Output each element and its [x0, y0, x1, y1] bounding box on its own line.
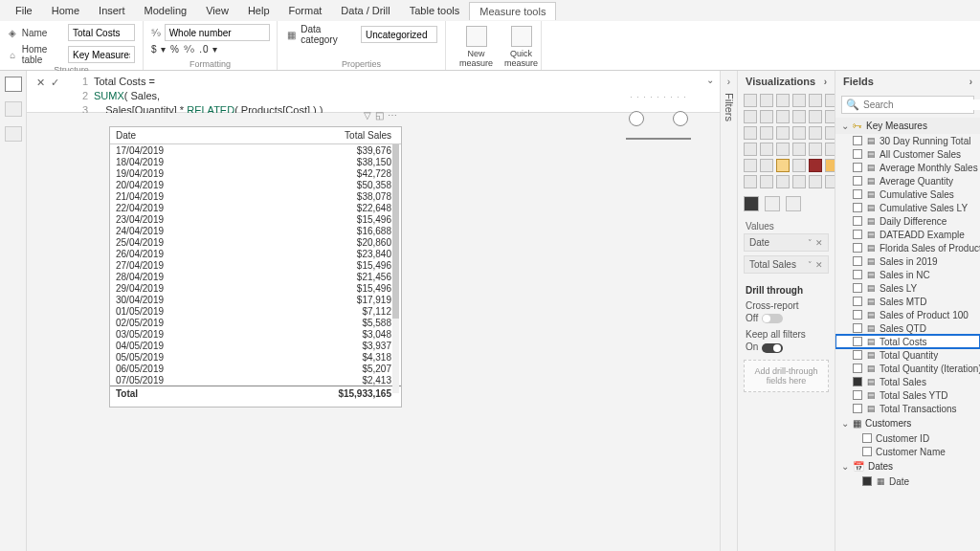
viz-arcgis[interactable] — [809, 175, 822, 188]
viz-scatter[interactable] — [776, 126, 790, 140]
data-view-button[interactable] — [5, 101, 22, 117]
col-header[interactable]: Total Sales — [245, 127, 401, 144]
focus-icon[interactable]: ◱ — [375, 110, 384, 121]
viz-line-col2[interactable] — [809, 110, 822, 123]
viz-waterfall[interactable] — [744, 126, 757, 140]
analytics-tab[interactable] — [786, 196, 801, 211]
table-row[interactable]: 28/04/2019$21,456 — [110, 271, 401, 282]
filters-expand-icon[interactable]: › — [727, 77, 730, 87]
menu-view[interactable]: View — [196, 2, 238, 19]
table-row[interactable]: 23/04/2019$15,496 — [110, 213, 401, 225]
table-visual[interactable]: ▽ ◱ ⋯ DateTotal Sales 17/04/2019$39,6761… — [109, 126, 402, 408]
table-dates[interactable]: ⌄📅Dates — [835, 458, 980, 474]
field-30-day-running-total[interactable]: ▤30 Day Running Total — [835, 134, 980, 147]
format-tab[interactable] — [765, 196, 780, 211]
table-row[interactable]: 26/04/2019$23,840 — [110, 248, 401, 259]
field-checkbox[interactable] — [853, 404, 862, 413]
table-row[interactable]: 27/04/2019$15,496 — [110, 259, 401, 271]
table-row[interactable]: 22/04/2019$22,648 — [110, 202, 401, 213]
field-checkbox[interactable] — [853, 203, 862, 212]
viz-stacked-bar[interactable] — [744, 94, 757, 107]
field-customer-name[interactable]: Customer Name — [835, 445, 980, 458]
fields-search-input[interactable] — [863, 99, 980, 110]
format-buttons[interactable]: $ ▾ % ⁹⁄₀ .0 ▾ — [151, 44, 218, 55]
table-scrollbar[interactable] — [392, 144, 399, 393]
field-sales-in-nc[interactable]: ▤Sales in NC — [835, 268, 980, 281]
menu-table-tools[interactable]: Table tools — [400, 2, 470, 19]
field-sales-qtd[interactable]: ▤Sales QTD — [835, 321, 980, 335]
field-cumulative-sales-ly[interactable]: ▤Cumulative Sales LY — [835, 201, 980, 214]
field-cumulative-sales[interactable]: ▤Cumulative Sales — [835, 187, 980, 201]
viz-shape-map[interactable] — [776, 143, 790, 156]
field-total-costs[interactable]: ▤Total Costs — [835, 335, 980, 348]
field-customer-id[interactable]: Customer ID — [835, 431, 980, 445]
table-key-measures[interactable]: ⌄🗝Key Measures — [835, 118, 980, 134]
viz-clustered-col[interactable] — [792, 94, 806, 107]
table-row[interactable]: 05/05/2019$4,318 — [110, 351, 401, 363]
field-checkbox[interactable] — [853, 323, 862, 333]
table-row[interactable]: 25/04/2019$20,860 — [110, 236, 401, 248]
table-row[interactable]: 30/04/2019$17,919 — [110, 294, 401, 305]
table-row[interactable]: 18/04/2019$38,150 — [110, 156, 401, 167]
viz-collapse-icon[interactable]: › — [824, 77, 827, 87]
field-sales-in-2019[interactable]: ▤Sales in 2019 — [835, 254, 980, 268]
field-average-quantity[interactable]: ▤Average Quantity — [835, 174, 980, 187]
quick-measure-button[interactable]: Quick measure — [499, 24, 544, 70]
table-row[interactable]: 21/04/2019$38,078 — [110, 190, 401, 202]
slicer-visual[interactable]: · · · · · · · · · — [601, 92, 716, 163]
viz-map[interactable] — [744, 143, 757, 156]
field-date[interactable]: ▦Date — [835, 474, 980, 488]
field-dateadd-example[interactable]: ▤DATEADD Example — [835, 228, 980, 241]
viz-donut[interactable] — [809, 126, 822, 140]
field-checkbox[interactable] — [853, 163, 862, 172]
viz-matrix[interactable] — [792, 159, 806, 172]
menu-file[interactable]: File — [6, 2, 42, 19]
fields-tab[interactable] — [744, 196, 759, 211]
field-sales-mtd[interactable]: ▤Sales MTD — [835, 295, 980, 308]
table-row[interactable]: 06/05/2019$5,207 — [110, 363, 401, 374]
field-total-sales[interactable]: ▤Total Sales — [835, 375, 980, 388]
viz-qa[interactable] — [776, 175, 790, 188]
fields-search[interactable]: 🔍 — [841, 96, 974, 114]
viz-key-infl[interactable] — [744, 175, 757, 188]
field-checkbox[interactable] — [853, 297, 862, 306]
field-checkbox[interactable] — [853, 364, 862, 373]
table-customers[interactable]: ⌄▦Customers — [835, 415, 980, 431]
viz-stacked-area[interactable] — [776, 110, 790, 123]
viz-slicer[interactable] — [760, 159, 773, 172]
field-checkbox[interactable] — [853, 136, 862, 145]
field-well-date[interactable]: Date˅ ✕ — [744, 233, 829, 252]
viz-100bar[interactable] — [809, 94, 822, 107]
model-view-button[interactable] — [5, 126, 22, 142]
field-average-monthly-sales[interactable]: ▤Average Monthly Sales — [835, 161, 980, 174]
field-total-transactions[interactable]: ▤Total Transactions — [835, 402, 980, 415]
format-select[interactable] — [165, 24, 270, 41]
menu-home[interactable]: Home — [42, 2, 89, 19]
field-sales-ly[interactable]: ▤Sales LY — [835, 281, 980, 295]
keep-filters-toggle[interactable] — [762, 343, 783, 353]
viz-gauge[interactable] — [792, 143, 806, 156]
table-row[interactable]: 04/05/2019$3,937 — [110, 340, 401, 351]
viz-funnel[interactable] — [760, 126, 773, 140]
formula-commit-icon[interactable]: ✓ — [51, 77, 59, 89]
drill-through-dropzone[interactable]: Add drill-through fields here — [744, 360, 829, 392]
filter-icon[interactable]: ▽ — [364, 110, 371, 121]
report-view-button[interactable] — [5, 77, 22, 92]
menu-insert[interactable]: Insert — [89, 2, 135, 19]
viz-pie[interactable] — [792, 126, 806, 140]
field-checkbox[interactable] — [853, 189, 862, 199]
cross-report-toggle[interactable] — [762, 314, 783, 323]
field-checkbox[interactable] — [853, 270, 862, 279]
menu-format[interactable]: Format — [279, 2, 332, 19]
menu-help[interactable]: Help — [238, 2, 279, 19]
viz-filled-map[interactable] — [760, 143, 773, 156]
field-checkbox[interactable] — [853, 310, 862, 320]
table-row[interactable]: 24/04/2019$16,688 — [110, 225, 401, 236]
col-header[interactable]: Date — [110, 127, 245, 144]
viz-kpi[interactable] — [744, 159, 757, 172]
field-checkbox[interactable] — [853, 149, 862, 159]
table-row[interactable]: 19/04/2019$42,728 — [110, 167, 401, 179]
viz-table[interactable] — [776, 159, 790, 172]
viz-r[interactable] — [809, 159, 822, 172]
viz-decomp[interactable] — [760, 175, 773, 188]
